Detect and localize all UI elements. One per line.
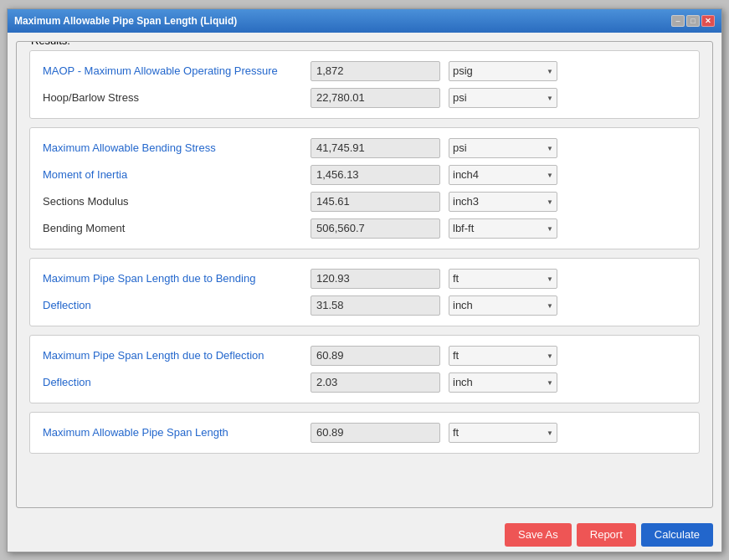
report-button[interactable]: Report: [577, 523, 636, 547]
field-value-input[interactable]: [311, 295, 440, 316]
unit-dropdown-wrapper: psikPaMPa: [449, 88, 557, 108]
field-label: Moment of Inertia: [43, 168, 311, 181]
unit-dropdown-wrapper: ftminch: [449, 269, 557, 289]
results-group: Results: MAOP - Maximum Allowable Operat…: [16, 41, 713, 508]
unit-dropdown-wrapper: inchmmcm: [449, 372, 557, 393]
field-label: Hoop/Barlow Stress: [43, 91, 311, 104]
unit-dropdown-wrapper: lbf-ftN-mkN-m: [449, 218, 557, 239]
title-bar: Maximum Allowable Pipe Span Length (Liqu…: [8, 9, 721, 33]
field-label: Bending Moment: [43, 222, 311, 234]
field-row: Maximum Allowable Pipe Span Lengthftminc…: [43, 423, 686, 443]
field-row: MAOP - Maximum Allowable Operating Press…: [43, 61, 686, 81]
field-row: Bending Momentlbf-ftN-mkN-m: [43, 218, 686, 239]
section-box-2: Maximum Allowable Bending StresspsikPaMP…: [29, 127, 700, 249]
minimize-button[interactable]: –: [671, 15, 685, 27]
field-row: Sections Modulusinch3cm3mm3: [43, 192, 686, 212]
unit-dropdown-wrapper: psikPaMPa: [449, 138, 557, 158]
field-value-input[interactable]: [311, 138, 440, 158]
close-button[interactable]: ✕: [701, 15, 715, 27]
field-row: Deflectioninchmmcm: [43, 372, 686, 393]
unit-dropdown-wrapper: ftminch: [449, 423, 557, 443]
unit-select[interactable]: psigpsikPabar: [449, 61, 557, 81]
unit-select[interactable]: inch4cm4mm4: [449, 165, 557, 185]
section-box-3: Maximum Pipe Span Length due to Bendingf…: [29, 258, 700, 326]
field-value-input[interactable]: [311, 61, 440, 81]
unit-select[interactable]: inchmmcm: [449, 372, 557, 393]
unit-dropdown-wrapper: inch4cm4mm4: [449, 165, 557, 185]
section-box-4: Maximum Pipe Span Length due to Deflecti…: [29, 335, 700, 403]
save-as-button[interactable]: Save As: [505, 523, 572, 547]
unit-select[interactable]: inchmmcm: [449, 295, 557, 316]
field-label: Maximum Allowable Bending Stress: [43, 141, 311, 154]
field-label: Maximum Allowable Pipe Span Length: [43, 426, 311, 439]
field-row: Moment of Inertiainch4cm4mm4: [43, 165, 686, 185]
field-value-input[interactable]: [311, 165, 440, 185]
section-box-5: Maximum Allowable Pipe Span Lengthftminc…: [29, 412, 700, 454]
section-box-1: MAOP - Maximum Allowable Operating Press…: [29, 50, 700, 119]
field-value-input[interactable]: [311, 372, 440, 393]
field-value-input[interactable]: [311, 423, 440, 443]
field-label: Sections Modulus: [43, 195, 311, 208]
field-label: Maximum Pipe Span Length due to Deflecti…: [43, 349, 311, 362]
main-window: Maximum Allowable Pipe Span Length (Liqu…: [7, 8, 722, 552]
field-row: Maximum Pipe Span Length due to Bendingf…: [43, 269, 686, 289]
unit-select[interactable]: lbf-ftN-mkN-m: [449, 218, 557, 239]
unit-select[interactable]: ftminch: [449, 423, 557, 443]
calculate-button[interactable]: Calculate: [641, 523, 713, 547]
window-controls: – □ ✕: [671, 15, 715, 27]
unit-select[interactable]: inch3cm3mm3: [449, 192, 557, 212]
unit-dropdown-wrapper: psigpsikPabar: [449, 61, 557, 81]
unit-dropdown-wrapper: ftminch: [449, 346, 557, 366]
field-label: MAOP - Maximum Allowable Operating Press…: [43, 64, 311, 77]
field-value-input[interactable]: [311, 218, 440, 239]
unit-select[interactable]: ftminch: [449, 346, 557, 366]
field-value-input[interactable]: [311, 192, 440, 212]
field-label: Maximum Pipe Span Length due to Bending: [43, 272, 311, 285]
field-row: Maximum Pipe Span Length due to Deflecti…: [43, 346, 686, 366]
field-row: Maximum Allowable Bending StresspsikPaMP…: [43, 138, 686, 158]
field-label: Deflection: [43, 299, 311, 311]
field-value-input[interactable]: [311, 88, 440, 108]
field-value-input[interactable]: [311, 269, 440, 289]
window-body: Results: MAOP - Maximum Allowable Operat…: [8, 33, 721, 516]
unit-select[interactable]: ftminch: [449, 269, 557, 289]
unit-dropdown-wrapper: inchmmcm: [449, 295, 557, 316]
unit-select[interactable]: psikPaMPa: [449, 138, 557, 158]
unit-select[interactable]: psikPaMPa: [449, 88, 557, 108]
window-title: Maximum Allowable Pipe Span Length (Liqu…: [14, 15, 237, 27]
results-label: Results:: [27, 41, 74, 47]
field-row: Deflectioninchmmcm: [43, 295, 686, 316]
unit-dropdown-wrapper: inch3cm3mm3: [449, 192, 557, 212]
field-row: Hoop/Barlow StresspsikPaMPa: [43, 88, 686, 108]
field-value-input[interactable]: [311, 346, 440, 366]
field-label: Deflection: [43, 376, 311, 388]
maximize-button[interactable]: □: [686, 15, 700, 27]
footer: Save As Report Calculate: [8, 516, 721, 552]
